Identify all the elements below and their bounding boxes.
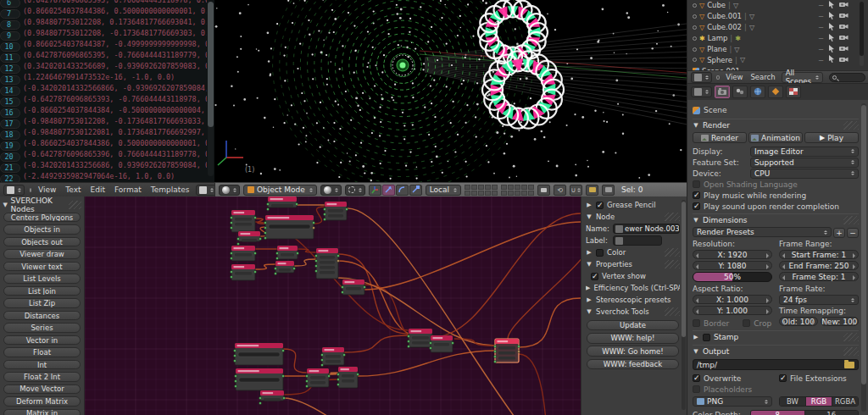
toolbar-button-list-zip[interactable]: List Zip [3,298,81,308]
layer-cell[interactable] [478,191,484,196]
properties-scrollbar[interactable] [861,103,866,412]
file-format-dropdown[interactable]: PNG [693,396,772,407]
text-editor-scrollbar[interactable] [208,2,214,176]
graph-node[interactable] [275,261,296,275]
expander-icon[interactable] [693,25,697,30]
layer-cell[interactable] [485,185,491,190]
layer-cell[interactable] [528,185,534,190]
feature-set-dropdown[interactable]: Supported [750,158,859,168]
efficiency-panel[interactable]: ▶Efficiency Tools (Ctrl-SPACE [586,282,680,294]
expander-icon[interactable] [693,58,697,62]
resolution-x-field[interactable]: X: 1920 [693,250,772,259]
outliner-item-cube[interactable]: ▽Cube|▽− [687,0,868,11]
node-editor-canvas[interactable] [85,196,581,415]
outliner-scope-dropdown[interactable]: All Scenes [782,72,824,83]
restrict-render-icon[interactable] [839,34,849,42]
layers-group-1[interactable] [465,185,498,196]
restrict-render-icon[interactable] [839,12,849,20]
file-extensions-checkbox[interactable] [779,374,787,382]
toolbar-button-viewer-text[interactable]: Viewer text [3,262,81,272]
render-panel-header[interactable]: ▼Render [693,119,859,131]
resolution-y-field[interactable]: Y: 1080 [693,261,772,270]
layer-cell[interactable] [465,191,470,196]
tab-scene[interactable] [732,86,748,98]
graph-node[interactable] [321,347,346,367]
rgb-option[interactable]: RGB [806,397,832,406]
graph-node[interactable] [234,343,285,365]
graph-node[interactable] [264,215,315,240]
manipulator-rotate-button[interactable] [396,185,409,196]
proportional-edit-icon[interactable]: ⟲ [554,185,566,196]
outliner-search-input[interactable] [829,73,865,82]
graph-node[interactable] [430,335,454,352]
rgba-option[interactable]: RGBA [832,397,858,406]
layer-cell[interactable] [471,185,477,190]
toolbar-button-int[interactable]: Int [3,360,81,370]
osl-checkbox[interactable] [693,180,700,188]
animation-button[interactable]: Animation [748,132,803,143]
menu-edit[interactable]: Edit [89,185,107,194]
vertex-show-checkbox[interactable] [591,273,598,280]
restrict-select-icon[interactable] [828,45,835,54]
restrict-select-icon[interactable] [828,1,835,10]
outliner-menu-view[interactable]: View [724,73,744,81]
toolbar-button-series[interactable]: Series [3,323,81,333]
render-opengl-icon[interactable] [586,185,598,196]
toolbar-button-vector-in[interactable]: Vector in [3,335,81,346]
resolution-percentage-slider[interactable]: 50% [693,272,772,282]
menu-view[interactable]: View [36,185,58,194]
properties-panel-header[interactable]: ▼Properties [586,258,680,270]
viewport-3d[interactable]: (1) [214,0,687,182]
restrict-select-icon[interactable] [828,55,835,64]
text-editor-area[interactable]: 6(0.6427876096865393, 0.766044443118978,… [0,0,214,182]
restrict-render-icon[interactable] [839,45,849,53]
color-panel[interactable]: ▶Color [586,246,680,258]
color-checkbox[interactable] [596,249,604,257]
toolbar-button-float-2-int[interactable]: Float 2 Int [3,372,81,382]
tools-button-www-go-home-[interactable]: WWW: Go home! [587,346,679,357]
end-frame-field[interactable]: End Frame: 250 [779,261,859,270]
outliner-item-cube-002[interactable]: ▽Cube.002|▽− [687,22,868,33]
expander-icon[interactable] [693,47,697,52]
menu-format[interactable]: Format [113,185,143,194]
time-remap-old-field[interactable]: Old: 100 [779,317,818,326]
graph-node[interactable] [235,368,285,390]
editor-type-button-3d[interactable] [219,185,240,196]
snap-icon[interactable]: ∪ [570,185,582,196]
layers-group-2[interactable] [501,185,534,196]
display-dropdown[interactable]: Image Editor [750,147,859,157]
expander-icon[interactable] [693,14,697,19]
outliner-item-plane[interactable]: ▽Plane|▽− [687,44,868,55]
shading-dropdown[interactable] [320,185,342,196]
tools-button-update[interactable]: Update [587,320,679,331]
tools-button-www-feedback[interactable]: WWW: feedback [587,359,679,370]
crop-checkbox[interactable] [743,319,750,327]
restrict-select-icon[interactable] [828,23,835,32]
tab-render[interactable] [715,86,730,98]
outliner-collapse-icon[interactable] [716,75,720,80]
toolbar-button-distances[interactable]: Distances [3,311,81,321]
toolbar-button-objects-in[interactable]: Objects in [3,224,81,235]
restrict-select-icon[interactable] [828,34,835,43]
text-datablock-icon[interactable] [196,185,214,196]
node-name-input[interactable]: ewer Node.003 [613,224,680,234]
stereoscopic-panel[interactable]: ▶Stereoscopic presets [586,294,680,306]
layer-cell[interactable] [471,191,477,196]
mode-dropdown[interactable]: Object Mode [243,185,317,196]
sverchok-tools-panel[interactable]: ▼Sverchok Tools [586,306,680,318]
lock-camera-icon[interactable] [537,185,550,196]
layer-cell[interactable] [508,185,514,190]
color-depth-toggle[interactable]: 816 [750,410,859,415]
layer-cell[interactable] [492,191,498,196]
editor-type-button[interactable] [3,185,25,196]
graph-node[interactable] [315,248,340,279]
npanel-scrollbar[interactable] [682,200,686,410]
graph-node[interactable] [324,202,348,221]
toolbar-button-move-vector[interactable]: Move Vector [3,385,81,395]
dimensions-panel-header[interactable]: ▼Dimensions [693,213,859,226]
depth-8-option[interactable]: 8 [751,411,805,415]
toolbar-button-viewer-draw[interactable]: Viewer draw [3,249,81,259]
orientation-dropdown[interactable]: Local [426,185,461,196]
layer-cell[interactable] [465,185,470,190]
render-opengl-anim-icon[interactable] [602,185,615,196]
